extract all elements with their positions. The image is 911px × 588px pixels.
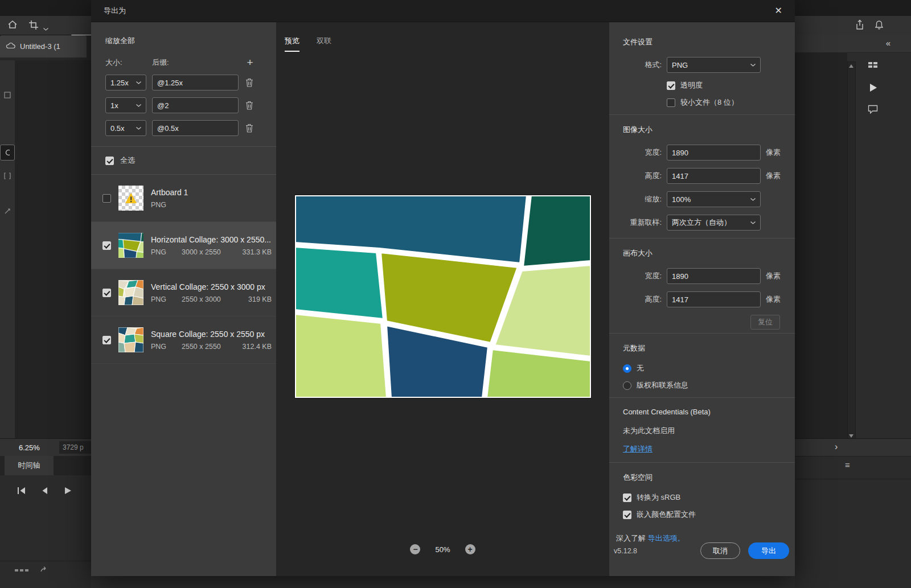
format-select[interactable]: PNG (667, 57, 761, 73)
toolbar-tool-icon[interactable] (0, 168, 15, 183)
canvas-area-left (15, 60, 91, 438)
crop-tool-icon[interactable] (28, 20, 39, 32)
play-panel-icon[interactable] (869, 83, 877, 94)
comment-icon[interactable] (868, 105, 878, 116)
timeline-tab[interactable]: 时间轴 (5, 456, 54, 475)
scroll-down-icon[interactable] (849, 434, 853, 438)
preview-canvas[interactable] (295, 195, 591, 398)
item-checkbox[interactable] (102, 289, 111, 297)
dialog-footer: v5.12.8 取消 导出 (609, 542, 795, 559)
frames-icon[interactable] (15, 566, 30, 574)
size-label: 大小: (105, 57, 152, 68)
chevron-down-icon (136, 81, 141, 84)
export-arrow-icon[interactable] (40, 566, 49, 574)
item-name: Artboard 1 (151, 188, 272, 197)
height-label: 高度: (609, 171, 662, 181)
chevron-down-icon (750, 221, 756, 224)
document-tab[interactable]: Untitled-3 (1 (0, 35, 87, 57)
vertical-scrollbar[interactable] (847, 61, 856, 441)
preview-panel: 预览 双联 − 50% + (276, 22, 609, 576)
toolbar-tool-icon[interactable] (0, 204, 15, 219)
scale-size-select[interactable]: 0.5x (105, 120, 146, 136)
home-icon[interactable] (7, 19, 18, 32)
learn-more-link[interactable]: 了解详情 (623, 445, 653, 453)
toolbar-tool-icon[interactable] (0, 88, 15, 102)
cloud-icon (6, 42, 16, 51)
scale-row: 1.25x (105, 75, 255, 91)
delete-scale-button[interactable] (245, 124, 255, 133)
content-credentials-heading: Content Credentials (Beta) (623, 408, 795, 416)
preview-zoom-value[interactable]: 50% (435, 545, 450, 554)
canvas-height-input[interactable] (667, 291, 761, 307)
scroll-up-icon[interactable] (849, 64, 853, 68)
chevron-right-icon[interactable]: › (835, 442, 838, 452)
smaller-file-checkbox[interactable] (667, 98, 675, 107)
image-width-input[interactable] (667, 145, 761, 161)
collapse-panels-icon[interactable]: « (886, 38, 889, 48)
scale-row: 0.5x (105, 120, 255, 136)
transparency-checkbox[interactable] (667, 81, 675, 90)
item-checkbox[interactable] (102, 194, 111, 203)
photoshop-app: Untitled-3 (1 6.25% 3729 p 时间轴 (0, 0, 911, 588)
bell-icon[interactable] (873, 19, 885, 32)
status-bar: 6.25% 3729 p (0, 438, 91, 457)
delete-scale-button[interactable] (245, 78, 255, 87)
list-item-horizontal-collage[interactable]: Horizontal Collage: 3000 x 2550... PNG 3… (91, 222, 276, 269)
scale-size-select[interactable]: 1x (105, 97, 146, 113)
item-name: Vertical Collage: 2550 x 3000 px (151, 282, 272, 291)
pixels-label: 像素 (766, 271, 781, 281)
transparency-label: 透明度 (680, 80, 703, 91)
crop-tool-chevron-icon[interactable] (43, 24, 48, 32)
metadata-heading: 元数据 (623, 343, 795, 353)
metadata-copyright-radio[interactable] (623, 381, 631, 390)
zoom-in-button[interactable]: + (465, 544, 475, 554)
suffix-input[interactable] (152, 75, 239, 91)
list-item-vertical-collage[interactable]: Vertical Collage: 2550 x 3000 px PNG 255… (91, 269, 276, 316)
panel-header (795, 35, 911, 53)
panel-menu-icon[interactable]: ≡ (845, 460, 850, 470)
scale-label: 缩放: (609, 194, 662, 204)
item-dims: 2550 x 3000 (182, 295, 221, 303)
zoom-level[interactable]: 6.25% (19, 443, 40, 452)
export-button[interactable]: 导出 (748, 542, 789, 559)
add-scale-button[interactable]: + (245, 56, 255, 69)
close-icon[interactable]: ✕ (775, 6, 782, 15)
resample-select[interactable]: 两次立方（自动） (667, 215, 761, 231)
previous-frame-icon[interactable] (41, 487, 49, 496)
suffix-input[interactable] (152, 120, 239, 136)
content-credentials-status: 未为此文档启用 (623, 426, 795, 436)
export-options-link[interactable]: 导出选项。 (648, 534, 685, 542)
convert-srgb-checkbox[interactable] (623, 494, 631, 502)
delete-scale-button[interactable] (245, 101, 255, 110)
suffix-input[interactable] (152, 97, 239, 113)
toolbar-active-tool-icon[interactable] (0, 145, 15, 161)
panel-grid-icon[interactable] (868, 61, 878, 72)
canvas-width-input[interactable] (667, 268, 761, 284)
zoom-out-button[interactable]: − (410, 544, 420, 554)
canvas-size-heading: 画布大小 (623, 248, 795, 258)
metadata-none-radio[interactable] (623, 364, 631, 373)
scale-size-select[interactable]: 1.25x (105, 75, 146, 91)
export-items-list: Artboard 1 PNG (91, 175, 276, 364)
embed-profile-checkbox[interactable] (623, 511, 631, 519)
play-icon[interactable] (64, 487, 72, 496)
image-height-input[interactable] (667, 168, 761, 184)
share-icon[interactable] (854, 19, 865, 32)
item-filesize: 319 KB (248, 295, 272, 303)
chevron-down-icon (750, 198, 756, 201)
tab-2up[interactable]: 双联 (317, 36, 331, 52)
dialog-titlebar: 导出为 ✕ (91, 0, 795, 22)
list-item-square-collage[interactable]: Square Collage: 2550 x 2550 px PNG 2550 … (91, 316, 276, 364)
select-all-checkbox[interactable] (105, 157, 114, 165)
chevron-down-icon (136, 127, 141, 130)
reset-button[interactable]: 复位 (750, 315, 780, 330)
item-checkbox[interactable] (102, 241, 111, 250)
item-filesize: 331.3 KB (243, 248, 272, 256)
item-checkbox[interactable] (102, 336, 111, 344)
chevron-down-icon (750, 64, 756, 67)
first-frame-icon[interactable] (17, 487, 26, 496)
cancel-button[interactable]: 取消 (700, 542, 740, 559)
list-item-artboard[interactable]: Artboard 1 PNG (91, 175, 276, 222)
scale-select[interactable]: 100% (667, 191, 761, 207)
tab-preview[interactable]: 预览 (285, 36, 299, 52)
